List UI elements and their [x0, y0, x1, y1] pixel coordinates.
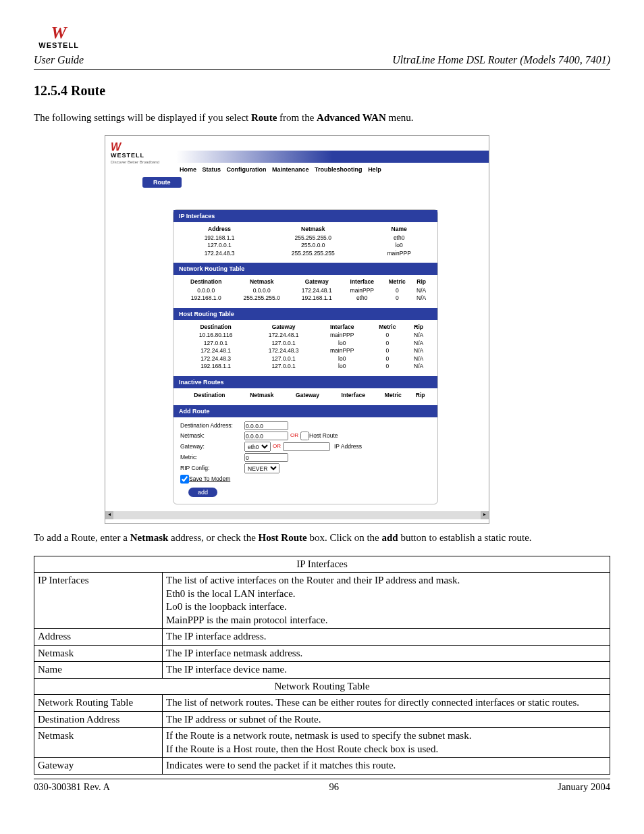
table-row: 127.0.0.1255.0.0.0lo0	[180, 242, 431, 249]
after-pre: To add a Route, enter a	[34, 532, 130, 543]
save-modem-checkbox[interactable]	[180, 475, 189, 484]
intro-bold-menu: Advanced WAN	[317, 112, 386, 123]
ss-logo-tagline: Discover Better Broadband	[111, 159, 159, 165]
logo-swoosh-icon: W	[51, 27, 67, 39]
dest-label: Destination Address:	[180, 422, 244, 429]
router-screenshot: W WESTELL Discover Better Broadband Home…	[105, 135, 489, 524]
or-label-2: OR	[273, 443, 281, 450]
ss-gradient-banner	[176, 151, 489, 163]
save-modem-label[interactable]: Save To Modem	[189, 475, 230, 483]
ss-logo: W WESTELL Discover Better Broadband	[111, 143, 159, 164]
metric-label: Metric:	[180, 454, 244, 461]
metric-input[interactable]	[244, 453, 288, 462]
table-row: AddressThe IP interface address.	[34, 629, 610, 646]
ss-logo-swoosh-icon: W	[111, 143, 159, 151]
ss-nav: Home Status Configuration Maintenance Tr…	[180, 165, 385, 174]
table-row: GatewayIndicates were to send the packet…	[34, 758, 610, 775]
page-footer: 030-300381 Rev. A 96 January 2004	[34, 779, 610, 794]
intro-paragraph: The following settings will be displayed…	[34, 111, 610, 124]
table-row: NetmaskThe IP interface netmask address.	[34, 645, 610, 662]
hrt-body: DestinationGatewayInterfaceMetricRip 10.…	[173, 320, 437, 376]
inactive-table: DestinationNetmaskGatewayInterfaceMetric…	[180, 391, 431, 400]
nav-troubleshooting[interactable]: Troubleshooting	[315, 166, 363, 173]
nrt-table: DestinationNetmaskGatewayInterfaceMetric…	[180, 278, 431, 302]
table-row: 192.168.1.1127.0.0.1lo00N/A	[180, 363, 431, 370]
inactive-body: DestinationNetmaskGatewayInterfaceMetric…	[173, 388, 437, 405]
or-label-1: OR	[290, 432, 298, 440]
table-row: NetmaskIf the Route is a network route, …	[34, 728, 610, 758]
scroll-left-icon[interactable]: ◂	[105, 511, 113, 519]
desc-h1: IP Interfaces	[34, 556, 610, 573]
col-address: Address	[180, 225, 259, 234]
after-mid1: address, or check the	[168, 532, 258, 543]
gateway-label: Gateway:	[180, 443, 244, 450]
scroll-right-icon[interactable]: ▸	[481, 511, 489, 519]
ss-logo-brand: WESTELL	[111, 151, 159, 159]
nav-configuration[interactable]: Configuration	[227, 166, 267, 173]
intro-mid: from the	[277, 112, 317, 123]
nav-help[interactable]: Help	[368, 166, 381, 173]
table-row: Destination AddressThe IP address or sub…	[34, 711, 610, 728]
hrt-table: DestinationGatewayInterfaceMetricRip 10.…	[180, 323, 431, 371]
intro-pre: The following settings will be displayed…	[34, 112, 251, 123]
table-row: 172.24.48.1172.24.48.3mainPPP0N/A	[180, 347, 431, 355]
dest-input[interactable]	[244, 421, 288, 430]
rip-select[interactable]: NEVER	[244, 463, 279, 473]
header-right: UltraLine Home DSL Router (Models 7400, …	[392, 53, 610, 68]
user-guide-label: User Guide	[34, 53, 84, 68]
table-row: 127.0.0.1127.0.0.1lo00N/A	[180, 340, 431, 347]
westell-logo: W WESTELL	[34, 27, 84, 51]
rip-label: RIP Config:	[180, 465, 244, 472]
netmask-input[interactable]	[244, 432, 288, 440]
col-name: Name	[367, 225, 431, 234]
table-row: 172.24.48.3255.255.255.255mainPPP	[180, 250, 431, 257]
ss-topbar: W WESTELL Discover Better Broadband	[105, 136, 489, 166]
ip-interfaces-header: IP Interfaces	[173, 210, 437, 222]
table-row: 10.16.80.116172.24.48.1mainPPP0N/A	[180, 332, 431, 339]
after-b1: Netmask	[130, 532, 169, 543]
nrt-header: Network Routing Table	[173, 263, 437, 275]
hostroute-checkbox[interactable]	[300, 432, 309, 440]
header-left: W WESTELL User Guide	[34, 27, 84, 68]
gateway-select[interactable]: eth0	[244, 442, 271, 452]
footer-left: 030-300381 Rev. A	[34, 781, 110, 794]
footer-right: January 2004	[558, 781, 610, 794]
after-mid2: box. Click on the	[307, 532, 382, 543]
footer-page: 96	[329, 781, 339, 794]
nav-status[interactable]: Status	[203, 166, 221, 173]
after-b2: Host Route	[259, 532, 307, 543]
table-row: 192.168.1.1255.255.255.0eth0	[180, 234, 431, 242]
ss-scrollbar[interactable]: ◂ ▸	[105, 511, 489, 519]
hostroute-label: Host Route	[309, 432, 338, 440]
section-heading: 12.5.4 Route	[34, 82, 610, 100]
intro-bold-route: Route	[251, 112, 277, 123]
description-table: IP Interfaces IP InterfacesThe list of a…	[34, 556, 610, 775]
col-netmask: Netmask	[259, 225, 367, 234]
logo-brand: WESTELL	[38, 41, 79, 51]
nav-home[interactable]: Home	[180, 166, 196, 173]
ip-interfaces-table: Address Netmask Name 192.168.1.1255.255.…	[180, 225, 431, 257]
nav-maintenance[interactable]: Maintenance	[272, 166, 309, 173]
table-row: Network Routing TableThe list of network…	[34, 695, 610, 712]
add-route-header: Add Route	[173, 405, 437, 417]
hrt-header: Host Routing Table	[173, 308, 437, 320]
ss-panel: IP Interfaces Address Netmask Name 192.1…	[173, 209, 438, 504]
netmask-label: Netmask:	[180, 432, 244, 440]
add-button[interactable]: add	[188, 488, 217, 497]
after-post: button to establish a static route.	[398, 532, 532, 543]
table-row: 192.168.1.0255.255.255.0192.168.1.1eth00…	[180, 294, 431, 302]
intro-post: menu.	[386, 112, 414, 123]
page-header: W WESTELL User Guide UltraLine Home DSL …	[34, 27, 610, 70]
after-paragraph: To add a Route, enter a Netmask address,…	[34, 531, 610, 544]
ipaddress-label: IP Address	[334, 443, 362, 450]
table-row: 0.0.0.00.0.0.0172.24.48.1mainPPP0N/A	[180, 287, 431, 294]
desc-h2: Network Routing Table	[34, 678, 610, 695]
ip-interfaces-body: Address Netmask Name 192.168.1.1255.255.…	[173, 222, 437, 263]
inactive-header: Inactive Routes	[173, 376, 437, 388]
after-b3: add	[382, 532, 398, 543]
ipaddress-input[interactable]	[283, 442, 330, 451]
ss-tab-route[interactable]: Route	[142, 177, 182, 188]
table-row: NameThe IP interface device name.	[34, 662, 610, 679]
table-row: IP InterfacesThe list of active interfac…	[34, 573, 610, 629]
nrt-body: DestinationNetmaskGatewayInterfaceMetric…	[173, 275, 437, 307]
